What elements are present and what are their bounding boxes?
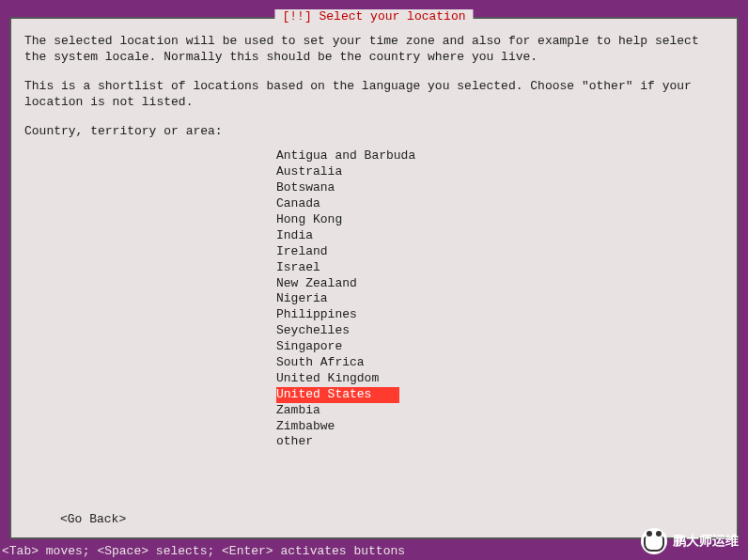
go-back-button[interactable]: <Go Back>	[60, 512, 126, 526]
country-option[interactable]: Ireland	[276, 244, 724, 260]
country-option[interactable]: Botswana	[276, 180, 724, 196]
country-option[interactable]: India	[276, 228, 724, 244]
prompt-label: Country, territory or area:	[24, 124, 724, 140]
country-option[interactable]: United Kingdom	[276, 371, 724, 387]
watermark-text: 鹏大师运维	[673, 533, 739, 550]
country-option[interactable]: New Zealand	[276, 276, 724, 292]
dialog-content: The selected location will be used to se…	[11, 19, 737, 465]
country-option[interactable]: Seychelles	[276, 323, 724, 339]
country-option[interactable]: United States	[276, 387, 399, 403]
dialog-title: [!!] Select your location	[274, 9, 473, 23]
country-option[interactable]: Antigua and Barbuda	[276, 148, 724, 164]
country-option[interactable]: Canada	[276, 196, 724, 212]
country-option[interactable]: Israel	[276, 260, 724, 276]
country-option[interactable]: other	[276, 434, 724, 450]
country-option[interactable]: Hong Kong	[276, 212, 724, 228]
watermark: 鹏大师运维	[641, 528, 739, 554]
footer-hint: <Tab> moves; <Space> selects; <Enter> ac…	[2, 544, 405, 558]
country-option[interactable]: Nigeria	[276, 291, 724, 307]
country-list: Antigua and BarbudaAustraliaBotswanaCana…	[276, 148, 724, 450]
country-option[interactable]: Singapore	[276, 339, 724, 355]
intro-paragraph-2: This is a shortlist of locations based o…	[24, 79, 724, 111]
country-option[interactable]: Australia	[276, 164, 724, 180]
country-option[interactable]: Zimbabwe	[276, 419, 724, 435]
intro-paragraph-1: The selected location will be used to se…	[24, 34, 724, 66]
location-dialog: [!!] Select your location The selected l…	[9, 17, 739, 539]
country-option[interactable]: Philippines	[276, 307, 724, 323]
country-option[interactable]: Zambia	[276, 403, 724, 419]
wechat-icon	[641, 528, 667, 554]
country-option[interactable]: South Africa	[276, 355, 724, 371]
